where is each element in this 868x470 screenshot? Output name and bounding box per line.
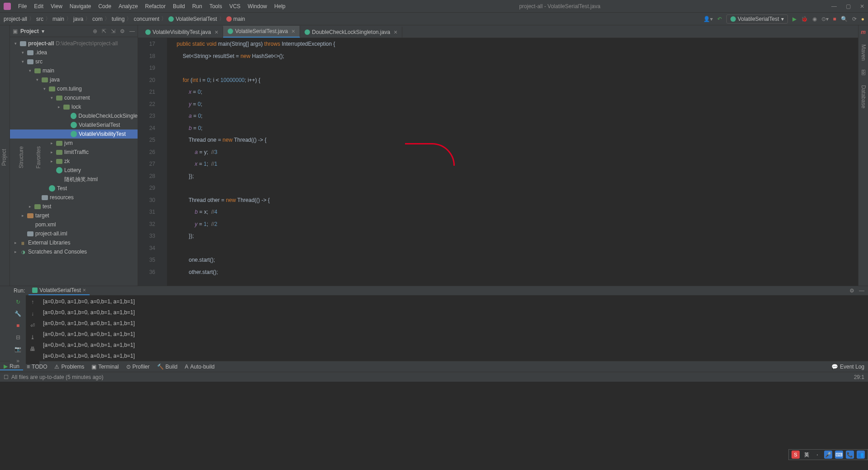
rerun-icon[interactable]: ↻: [16, 299, 20, 305]
menu-view[interactable]: View: [48, 2, 65, 10]
more-icon[interactable]: ●: [861, 16, 864, 22]
tree-scratches[interactable]: ▸◑ Scratches and Consoles: [10, 247, 138, 256]
settings-icon[interactable]: ⚙: [849, 288, 854, 294]
run-output[interactable]: [a=0,b=0, a=1,b=0, a=0,b=1, a=1,b=1][a=0…: [39, 295, 868, 364]
event-log[interactable]: 💬Event Log: [828, 364, 868, 370]
run-icon[interactable]: ▶: [792, 16, 796, 22]
tool-favorites[interactable]: Favorites: [34, 144, 43, 170]
tree-item[interactable]: project-all.iml: [10, 229, 138, 238]
up-icon[interactable]: ↑: [31, 299, 34, 305]
tree-item[interactable]: ▾concurrent: [10, 93, 138, 102]
tree-item[interactable]: ▸limitTraffic: [10, 148, 138, 157]
back-icon[interactable]: ↶: [717, 16, 722, 22]
menu-file[interactable]: File: [15, 2, 29, 10]
menu-edit[interactable]: Edit: [31, 2, 46, 10]
chevron-down-icon[interactable]: ▾: [42, 28, 44, 34]
tool-profiler[interactable]: ⊙Profiler: [123, 364, 153, 370]
status-icon[interactable]: ☐: [4, 374, 9, 380]
camera-icon[interactable]: 📷: [14, 346, 21, 352]
menu-help[interactable]: Help: [272, 2, 288, 10]
tree-item[interactable]: VolatileSerialTest: [10, 120, 138, 129]
ime-logo-icon[interactable]: S: [792, 451, 800, 459]
menu-refactor[interactable]: Refactor: [143, 2, 168, 10]
tool-autobuild[interactable]: AAuto-build: [181, 364, 218, 370]
menu-analyze[interactable]: Analyze: [116, 2, 141, 10]
tree-item[interactable]: ▸jvm: [10, 139, 138, 148]
tool-maven[interactable]: Maven: [859, 43, 868, 62]
editor-tab[interactable]: VolatileSerialTest.java×: [223, 26, 300, 38]
print-icon[interactable]: 🖶: [30, 346, 35, 352]
ime-users-icon[interactable]: 👥: [857, 451, 865, 459]
tree-item[interactable]: ▸test: [10, 202, 138, 211]
crumb[interactable]: VolatileSerialTest: [176, 16, 217, 22]
minimize-icon[interactable]: —: [831, 3, 837, 10]
tree-external-libs[interactable]: ▸⫼ External Libraries: [10, 238, 138, 247]
crumb[interactable]: tuling: [112, 16, 125, 22]
close-icon[interactable]: ×: [83, 287, 86, 293]
tree-item[interactable]: ▾java: [10, 75, 138, 84]
ime-phone-icon[interactable]: 📞: [846, 451, 854, 459]
add-config-icon[interactable]: 👤▾: [703, 16, 713, 22]
hide-icon[interactable]: —: [859, 288, 864, 294]
crumb[interactable]: com: [92, 16, 103, 22]
crumb[interactable]: main: [52, 16, 64, 22]
ime-toolbar[interactable]: S 英 · 🎤 ⌨ 📞 👥: [788, 449, 868, 460]
layout-icon[interactable]: ⊟: [16, 334, 20, 341]
expand-icon[interactable]: ⇱: [102, 28, 106, 34]
ime-lang[interactable]: 英: [802, 451, 811, 459]
settings-icon[interactable]: ⚙: [120, 28, 125, 34]
tree-item[interactable]: ▸target: [10, 211, 138, 220]
collapse-icon[interactable]: ⇲: [111, 28, 115, 34]
maven-icon[interactable]: m: [861, 29, 866, 35]
ime-mic-icon[interactable]: 🎤: [824, 451, 832, 459]
tree-item[interactable]: ▾src: [10, 57, 138, 66]
tool-structure[interactable]: Structure: [17, 144, 25, 170]
select-opened-icon[interactable]: ⊕: [93, 28, 97, 34]
tree-item[interactable]: ▾main: [10, 66, 138, 75]
menu-run[interactable]: Run: [190, 2, 205, 10]
project-title[interactable]: Project: [20, 28, 39, 34]
menu-vcs[interactable]: VCS: [227, 2, 243, 10]
stop-icon[interactable]: ■: [16, 322, 19, 329]
update-icon[interactable]: ⟳: [852, 16, 857, 22]
search-icon[interactable]: 🔍: [841, 16, 848, 22]
tool-database[interactable]: Database: [859, 83, 868, 110]
crumb[interactable]: src: [36, 16, 43, 22]
tree-item[interactable]: ▸zk: [10, 157, 138, 166]
database-icon[interactable]: 🗄: [861, 70, 866, 76]
tree-item[interactable]: Lottery: [10, 166, 138, 175]
project-tree[interactable]: ▾ project-all D:\ideaProjects\project-al…: [10, 37, 138, 286]
profile-icon[interactable]: ⊙▾: [821, 16, 829, 22]
menu-build[interactable]: Build: [170, 2, 188, 10]
close-icon[interactable]: ✕: [860, 3, 864, 10]
tool-project[interactable]: Project: [0, 147, 8, 168]
run-settings-icon[interactable]: 🔧: [14, 311, 21, 317]
tree-item[interactable]: VolatileVisibilityTest: [10, 129, 138, 139]
scroll-end-icon[interactable]: ⤓: [30, 334, 35, 341]
tree-item[interactable]: 随机抽奖.html: [10, 175, 138, 184]
maximize-icon[interactable]: ▢: [846, 3, 851, 10]
tree-item[interactable]: DoubleCheckLockSingle: [10, 111, 138, 120]
stop-icon[interactable]: ■: [833, 16, 836, 22]
tree-item[interactable]: ▾.idea: [10, 48, 138, 57]
tree-item[interactable]: resources: [10, 193, 138, 202]
run-tab[interactable]: VolatileSerialTest ×: [29, 286, 89, 295]
crumb[interactable]: project-all: [4, 16, 27, 22]
tool-run[interactable]: ▶Run: [0, 363, 23, 370]
crumb[interactable]: main: [234, 16, 245, 22]
crumb[interactable]: java: [73, 16, 83, 22]
tree-item[interactable]: ▾com.tuling: [10, 84, 138, 93]
tree-item[interactable]: pom.xml: [10, 220, 138, 229]
tool-build[interactable]: 🔨Build: [153, 364, 181, 370]
ime-punct[interactable]: ·: [813, 451, 821, 459]
tool-terminal[interactable]: ▣Terminal: [88, 364, 122, 370]
editor-tab[interactable]: VolatileVisibilityTest.java×: [141, 27, 223, 38]
code-content[interactable]: public static void main(String[] args) t…: [167, 38, 868, 286]
hide-icon[interactable]: —: [129, 28, 135, 34]
down-icon[interactable]: ↓: [31, 311, 34, 317]
coverage-icon[interactable]: ◉: [812, 16, 817, 22]
tree-item[interactable]: ▸lock: [10, 102, 138, 111]
debug-icon[interactable]: 🐞: [801, 16, 808, 22]
code-area[interactable]: 1718192021222324252627282930313233343536…: [138, 38, 868, 286]
menu-window[interactable]: Window: [245, 2, 270, 10]
